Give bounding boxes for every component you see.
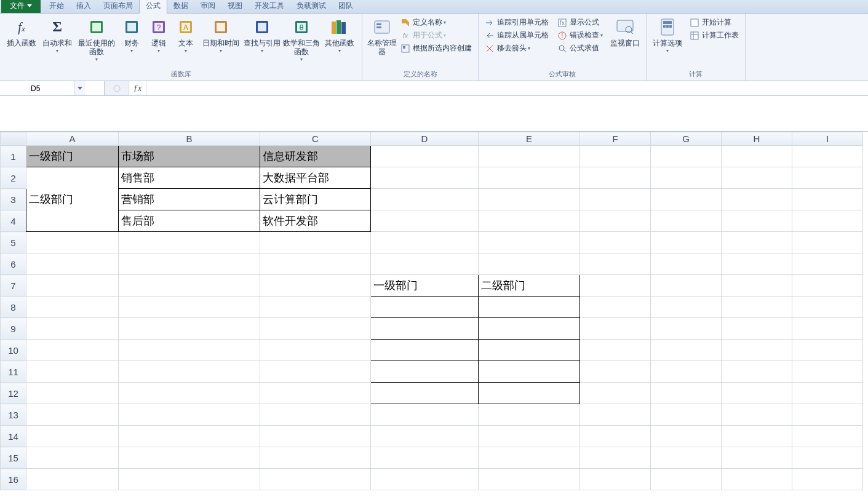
cell-I2[interactable] [792,167,863,189]
row-header-7[interactable]: 7 [1,275,26,297]
name-box-dropdown[interactable] [74,81,85,95]
cell-F6[interactable] [580,253,651,275]
cell-G15[interactable] [651,447,722,469]
formula-input[interactable] [146,81,868,95]
cell-F1[interactable] [580,146,651,167]
more-functions-button[interactable]: 其他函数 ▾ [321,16,358,55]
cell-F13[interactable] [580,404,651,426]
cell-C5[interactable] [260,232,371,253]
cell-B4[interactable]: 售后部 [119,210,260,232]
cell-F12[interactable] [580,383,651,404]
row-header-3[interactable]: 3 [1,189,26,210]
cell-D16[interactable] [371,469,479,490]
cell-F15[interactable] [580,447,651,469]
cell-F7[interactable] [580,275,651,297]
cell-D1[interactable] [371,146,479,167]
row-header-6[interactable]: 6 [1,253,26,275]
tab-review[interactable]: 审阅 [194,0,221,13]
cell-G10[interactable] [651,340,722,361]
cell-D7[interactable]: 一级部门 [371,275,479,297]
cell-A15[interactable] [26,447,119,469]
insert-function-button[interactable]: fx 插入函数 [4,16,39,49]
cell-G16[interactable] [651,469,722,490]
cell-B16[interactable] [119,469,260,490]
define-name-button[interactable]: 定义名称▾ [398,16,474,29]
autosum-button[interactable]: Σ 自动求和 ▾ [39,16,75,55]
cell-E2[interactable] [479,167,580,189]
cell-F4[interactable] [580,210,651,232]
cell-B12[interactable] [119,383,260,404]
trace-precedents-button[interactable]: 追踪引用单元格 [482,16,551,29]
cell-B13[interactable] [119,404,260,426]
cell-E14[interactable] [479,426,580,447]
cell-D12[interactable] [371,383,479,404]
tab-home[interactable]: 开始 [43,0,70,13]
cell-A11[interactable] [26,361,119,383]
row-header-8[interactable]: 8 [1,297,26,318]
row-header-12[interactable]: 12 [1,383,26,404]
cell-F9[interactable] [580,318,651,340]
cell-A6[interactable] [26,253,119,275]
cell-G4[interactable] [651,210,722,232]
name-box-input[interactable] [0,84,74,93]
cell-C10[interactable] [260,340,371,361]
col-header-I[interactable]: I [792,132,863,146]
tab-pagelayout[interactable]: 页面布局 [97,0,139,13]
cell-I4[interactable] [792,210,863,232]
cell-F10[interactable] [580,340,651,361]
cell-H12[interactable] [722,383,792,404]
cell-D14[interactable] [371,426,479,447]
cell-A8[interactable] [26,297,119,318]
cell-D2[interactable] [371,167,479,189]
cell-F5[interactable] [580,232,651,253]
cell-A2[interactable]: 二级部门 [26,167,119,232]
cell-H13[interactable] [722,404,792,426]
cell-D8[interactable] [371,297,479,318]
row-header-4[interactable]: 4 [1,210,26,232]
cell-D3[interactable] [371,189,479,210]
lookup-button[interactable]: 查找与引用 ▾ [242,16,282,55]
row-header-14[interactable]: 14 [1,426,26,447]
cell-D13[interactable] [371,404,479,426]
cell-I1[interactable] [792,146,863,167]
cell-I16[interactable] [792,469,863,490]
row-header-13[interactable]: 13 [1,404,26,426]
cell-H15[interactable] [722,447,792,469]
cell-A16[interactable] [26,469,119,490]
spreadsheet-grid[interactable]: A B C D E F G H I 1 一级部门 市场部 信息研发部 2 二级部… [0,132,868,490]
cell-H4[interactable] [722,210,792,232]
cell-H1[interactable] [722,146,792,167]
cell-A1[interactable]: 一级部门 [26,146,119,167]
cell-H11[interactable] [722,361,792,383]
cell-I8[interactable] [792,297,863,318]
cell-C11[interactable] [260,361,371,383]
cell-H3[interactable] [722,189,792,210]
cell-I13[interactable] [792,404,863,426]
cell-B11[interactable] [119,361,260,383]
cell-I3[interactable] [792,189,863,210]
cell-I11[interactable] [792,361,863,383]
cell-E8[interactable] [479,297,580,318]
cell-E6[interactable] [479,253,580,275]
row-header-5[interactable]: 5 [1,232,26,253]
row-header-1[interactable]: 1 [1,146,26,167]
tab-loadtest[interactable]: 负载测试 [290,0,332,13]
cell-B3[interactable]: 营销部 [119,189,260,210]
cell-C2[interactable]: 大数据平台部 [260,167,371,189]
cell-H5[interactable] [722,232,792,253]
cell-A13[interactable] [26,404,119,426]
tab-formulas[interactable]: 公式 [139,0,167,14]
calculate-sheet-button[interactable]: 计算工作表 [687,29,741,42]
cell-E13[interactable] [479,404,580,426]
cell-G14[interactable] [651,426,722,447]
cell-A12[interactable] [26,383,119,404]
financial-button[interactable]: 财务 ▾ [118,16,145,55]
recently-used-button[interactable]: 最近使用的函数 ▾ [75,16,118,63]
calculate-now-button[interactable]: 开始计算 [687,16,741,29]
cell-A10[interactable] [26,340,119,361]
cell-B5[interactable] [119,232,260,253]
cell-G11[interactable] [651,361,722,383]
cell-C9[interactable] [260,318,371,340]
calculation-options-button[interactable]: 计算选项 ▾ [650,16,685,55]
col-header-A[interactable]: A [26,132,119,146]
